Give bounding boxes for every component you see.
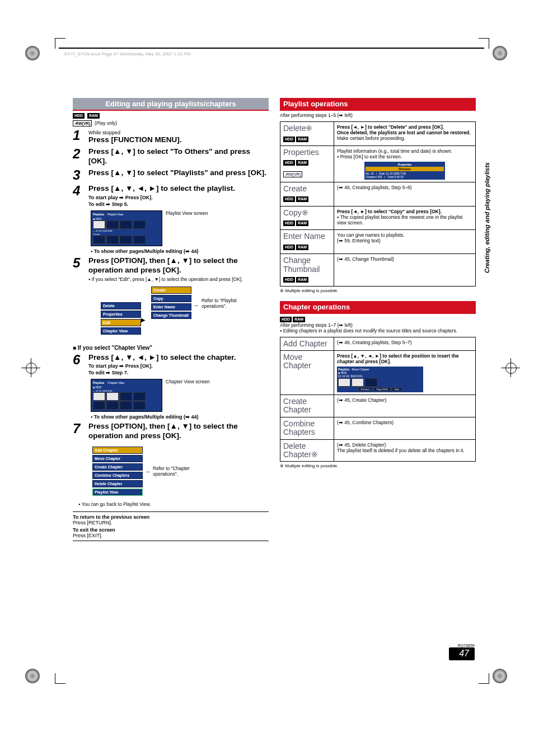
opt-create-chapter: Create Chapter	[92, 463, 143, 471]
row-properties-name: Properties HDDRAM -RW(VR)	[280, 145, 334, 182]
opt-chapter-view: Chapter View	[101, 327, 141, 335]
left-section-heading: Editing and playing playlists/chapters	[73, 98, 269, 111]
after-steps-chapter: After performing steps 1–7 (➡ left)	[280, 322, 476, 328]
step-6-note: To show other pages/Multiple editing (➡ …	[91, 414, 269, 420]
chapter-operations-table: Add Chapter (➡ 46, Creating playlists, S…	[280, 337, 476, 462]
opt-add-chapter: Add Chapter	[92, 447, 143, 454]
opt-delete-chapter: Delete Chapter	[92, 480, 143, 487]
after-steps-playlist: After performing steps 1–5 (➡ left)	[280, 112, 476, 118]
registration-cross	[21, 358, 40, 377]
step-3: 3 Press [▲, ▼] to select "Playlists" and…	[73, 168, 269, 182]
step-6-sub2: To edit ➡ Step 7.	[88, 370, 269, 375]
chapter-view-screenshot: PlaylistsChapter View ■ HDD - - 12.10. S…	[91, 379, 162, 412]
badge-ram: RAM	[87, 113, 100, 119]
step-2: 2 Press [▲, ▼] to select "To Others" and…	[73, 147, 269, 166]
left-column: Editing and playing playlists/chapters H…	[73, 98, 269, 541]
arrow-right-icon: →	[193, 302, 199, 308]
arrow-right-icon: →	[145, 468, 151, 475]
row-properties-desc: Playlist information (e.g., total time a…	[334, 145, 476, 182]
option-menu-diagram: Delete Properties Edit Chapter View Crea…	[101, 285, 269, 341]
step-1-pre: While stopped	[88, 130, 269, 135]
row-delete-desc: Press [◄, ►] to select "Delete" and pres…	[334, 122, 476, 146]
return-exit-block: To return to the previous screen Press […	[73, 511, 269, 541]
row-create-chapter-desc: (➡ 45, Create Chapter)	[334, 395, 476, 417]
row-add-chapter-desc: (➡ 46, Creating playlists, Step 5–7)	[334, 337, 476, 350]
footer-code: RQT8859	[449, 644, 475, 647]
exit-action: Press [EXIT].	[73, 533, 269, 538]
row-create-chapter-name: Create Chapter	[280, 395, 334, 417]
row-move-chapter-desc: Press [▲, ▼, ◄, ►] to select the positio…	[334, 351, 476, 395]
badge-rwvr: -RW(VR)	[73, 120, 92, 126]
refer-chapter-ops: Refer to "Chapter operations".	[153, 466, 203, 477]
row-enter-name: Enter Name HDDRAM	[280, 230, 334, 254]
step-2-title: Press [▲, ▼] to select "To Others" and p…	[88, 147, 269, 166]
opt-move-chapter: Move Chapter	[92, 455, 143, 462]
step-number: 3	[73, 168, 88, 182]
opt-change-thumb: Change Thumbnail	[151, 312, 191, 319]
format-badges-2: -RW(VR) (Play only)	[73, 120, 269, 126]
step-4-title: Press [▲, ▼, ◄, ►] to select the playlis…	[88, 184, 269, 194]
section-tab-vertical: Creating, editing and playing playlists	[484, 162, 490, 273]
step-1: 1 While stopped Press [FUNCTION MENU].	[73, 129, 269, 145]
step-4: 4 Press [▲, ▼, ◄, ►] to select the playl…	[73, 184, 269, 207]
opt-combine-chapters: Combine Chapters	[92, 472, 143, 479]
registration-mark	[25, 669, 40, 683]
chapter-ops-heading: Chapter operations	[280, 301, 476, 314]
row-thumb-name: Change Thumbnail HDDRAM	[280, 254, 334, 287]
row-create-name: Create HDDRAM	[280, 182, 334, 206]
registration-mark	[493, 46, 507, 60]
opt-create: Create	[151, 287, 191, 294]
step-5-title: Press [OPTION], then [▲, ▼] to select th…	[88, 256, 269, 275]
crop-mark	[479, 673, 489, 684]
step-7-title: Press [OPTION], then [▲, ▼] to select th…	[88, 422, 269, 441]
refer-playlist-ops: Refer to "Playlist operations".	[202, 298, 257, 309]
right-column: Playlist operations After performing ste…	[280, 98, 476, 541]
chapter-view-subheading: ■ If you select "Chapter View"	[73, 345, 269, 351]
step-5: 5 Press [OPTION], then [▲, ▼] to select …	[73, 256, 269, 282]
return-title: To return to the previous screen	[73, 514, 269, 520]
properties-dialog-preview: Properties Dinosaur No. 10|Date 12.10.20…	[364, 162, 445, 180]
multi-edit-note-1: ※ Multiple editing is possible.	[280, 288, 476, 293]
opt-copy: Copy	[151, 295, 191, 302]
row-combine-chapters-desc: (➡ 45, Combine Chapters)	[334, 417, 476, 439]
return-action: Press [RETURN].	[73, 520, 269, 525]
arrow-right-icon: ▶	[141, 317, 146, 323]
opt-properties: Properties	[101, 311, 141, 318]
step-number: 2	[73, 147, 88, 161]
move-chapter-preview: Playlists Move Chapter ■ HDD 01 12.10. S…	[337, 367, 423, 392]
step-6: 6 Press [▲, ▼, ◄, ►] to select the chapt…	[73, 353, 269, 376]
step-number: 1	[73, 129, 88, 142]
step-5-note: If you select "Edit", press [▲, ▼] to se…	[88, 276, 269, 282]
step-4-sub1: To start play ➡ Press [OK].	[88, 195, 269, 200]
row-delete-chapter-name: Delete Chapter※	[280, 439, 334, 462]
chapter-edit-note: Editing chapters in a playlist does not …	[280, 328, 476, 334]
header-rule	[59, 48, 484, 49]
file-info-header: EX77_87GN.book Page 47 Wednesday, May 30…	[64, 51, 190, 57]
chapter-menu-diagram: Add Chapter Move Chapter Create Chapter …	[92, 445, 143, 497]
playlist-operations-table: Delete※ HDDRAM Press [◄, ►] to select "D…	[280, 121, 476, 287]
crop-mark	[55, 673, 65, 684]
opt-edit: Edit	[101, 319, 141, 326]
step-3-title: Press [▲, ▼] to select "Playlists" and p…	[88, 168, 269, 178]
step-number: 5	[73, 256, 88, 270]
badge-hdd: HDD	[73, 113, 85, 119]
chapter-badges: HDDRAM	[280, 316, 476, 322]
row-copy-desc: Press [◄, ►] to select "Copy" and press …	[334, 206, 476, 230]
row-copy-name: Copy※ HDDRAM	[280, 206, 334, 230]
format-badges: HDD RAM	[73, 112, 269, 119]
step-6-title: Press [▲, ▼, ◄, ►] to select the chapter…	[88, 353, 269, 363]
step-number: 4	[73, 184, 88, 198]
step-1-title: Press [FUNCTION MENU].	[88, 135, 269, 145]
row-move-chapter-name: Move Chapter	[280, 351, 334, 395]
registration-mark	[493, 669, 507, 683]
row-combine-chapters-name: Combine Chapters	[280, 417, 334, 439]
opt-enter-name: Enter Name	[151, 303, 191, 311]
row-add-chapter-name: Add Chapter	[280, 337, 334, 350]
registration-cross	[501, 358, 520, 377]
row-enter-desc: You can give names to playlists. (➡ 59, …	[334, 230, 476, 254]
row-delete-chapter-desc: (➡ 45, Delete Chapter) The playlist itse…	[334, 439, 476, 462]
page-number: 47	[449, 647, 475, 660]
row-thumb-desc: (➡ 45, Change Thumbnail)	[334, 254, 476, 287]
opt-delete: Delete	[101, 302, 141, 309]
step-4-sub2: To edit ➡ Step 5.	[88, 201, 269, 207]
